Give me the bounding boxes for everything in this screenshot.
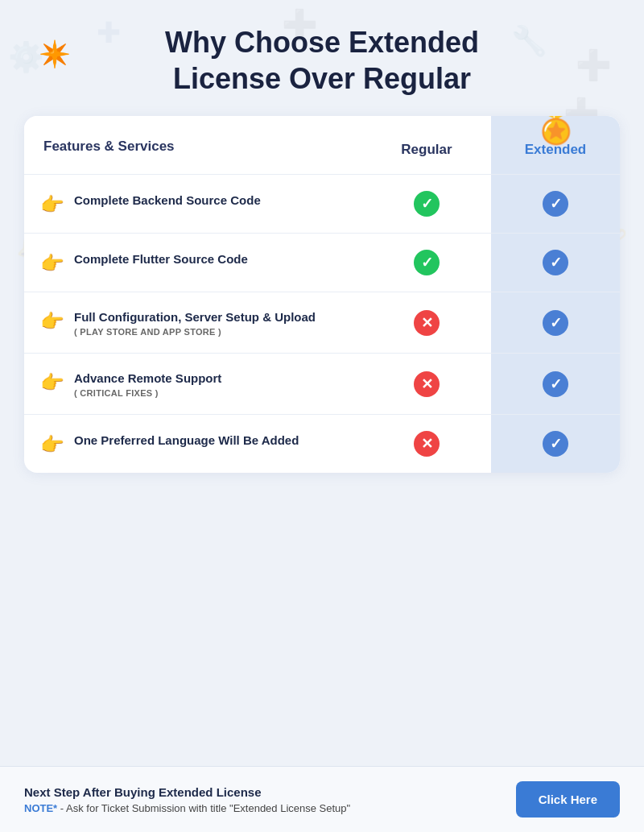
feature-icon: 👉 — [40, 310, 64, 333]
feature-text: Complete Backend Source Code — [74, 192, 261, 209]
header-features: Features & Services — [24, 116, 362, 174]
extended-check-cell: ✓ — [491, 175, 620, 233]
table-row: 👉 One Preferred Language Will Be Added ✕… — [24, 415, 620, 473]
footer-note-text: - Ask for Ticket Submission with title "… — [57, 802, 350, 814]
extended-check-cell: ✓ — [491, 234, 620, 292]
regular-check-cell: ✓ — [362, 175, 491, 233]
cross-red-icon: ✕ — [414, 371, 440, 397]
extended-check-cell: ✓ — [491, 415, 620, 473]
check-blue-icon: ✓ — [543, 250, 568, 275]
feature-icon: 👉 — [40, 371, 64, 394]
regular-cross-cell: ✕ — [362, 415, 491, 473]
table-header: Features & Services Regular 🏅 Extended — [24, 116, 620, 175]
extended-check-cell: ✓ — [491, 292, 620, 353]
feature-main-label: Complete Backend Source Code — [74, 192, 261, 209]
feature-icon: 👉 — [40, 193, 64, 216]
check-green-icon: ✓ — [414, 191, 440, 217]
feature-text: One Preferred Language Will Be Added — [74, 432, 299, 449]
feature-cell: 👉 Complete Backend Source Code — [24, 176, 362, 232]
footer-note-label: NOTE* — [24, 802, 57, 814]
feature-main-label: One Preferred Language Will Be Added — [74, 432, 299, 449]
feature-main-label: Advance Remote Support — [74, 370, 221, 387]
feature-sub-label: ( PLAY STORE AND APP STORE ) — [74, 327, 316, 337]
cross-red-icon: ✕ — [414, 431, 440, 457]
feature-icon: 👉 — [40, 252, 64, 275]
feature-cell: 👉 One Preferred Language Will Be Added — [24, 416, 362, 472]
footer-note: NOTE* - Ask for Ticket Submission with t… — [24, 802, 350, 814]
check-blue-icon: ✓ — [543, 371, 568, 397]
feature-cell: 👉 Complete Flutter Source Code — [24, 234, 362, 291]
feature-sub-label: ( CRITICAL FIXES ) — [74, 388, 221, 398]
header-extended: 🏅 Extended — [491, 116, 620, 174]
check-blue-icon: ✓ — [543, 431, 568, 457]
feature-cell: 👉 Full Configuration, Server Setup & Upl… — [24, 292, 362, 353]
feature-text: Full Configuration, Server Setup & Uploa… — [74, 308, 316, 337]
feature-text: Complete Flutter Source Code — [74, 250, 248, 267]
feature-cell: 👉 Advance Remote Support ( CRITICAL FIXE… — [24, 354, 362, 414]
header-regular: Regular — [362, 116, 491, 174]
footer-title: Next Step After Buying Extended License — [24, 785, 350, 799]
table-row: 👉 Advance Remote Support ( CRITICAL FIXE… — [24, 354, 620, 415]
footer: Next Step After Buying Extended License … — [0, 766, 644, 832]
extended-badge-icon: 🏅 — [529, 116, 583, 146]
feature-icon: 👉 — [40, 433, 64, 456]
cross-red-icon: ✕ — [414, 310, 440, 336]
feature-main-label: Complete Flutter Source Code — [74, 250, 248, 267]
page-title: Why Choose Extended License Over Regular — [24, 24, 620, 97]
table-row: 👉 Complete Flutter Source Code ✓ ✓ — [24, 234, 620, 292]
check-green-icon: ✓ — [414, 250, 440, 275]
comparison-table: Features & Services Regular 🏅 Extended 👉… — [24, 116, 620, 473]
table-row: 👉 Full Configuration, Server Setup & Upl… — [24, 292, 620, 354]
extended-check-cell: ✓ — [491, 354, 620, 414]
check-blue-icon: ✓ — [543, 310, 568, 336]
regular-cross-cell: ✕ — [362, 294, 491, 352]
regular-cross-cell: ✕ — [362, 355, 491, 413]
table-row: 👉 Complete Backend Source Code ✓ ✓ — [24, 175, 620, 234]
footer-left: Next Step After Buying Extended License … — [24, 785, 350, 814]
click-here-button[interactable]: Click Here — [516, 781, 620, 818]
feature-text: Advance Remote Support ( CRITICAL FIXES … — [74, 370, 221, 398]
regular-check-cell: ✓ — [362, 234, 491, 292]
feature-main-label: Full Configuration, Server Setup & Uploa… — [74, 308, 316, 325]
check-blue-icon: ✓ — [543, 191, 568, 217]
